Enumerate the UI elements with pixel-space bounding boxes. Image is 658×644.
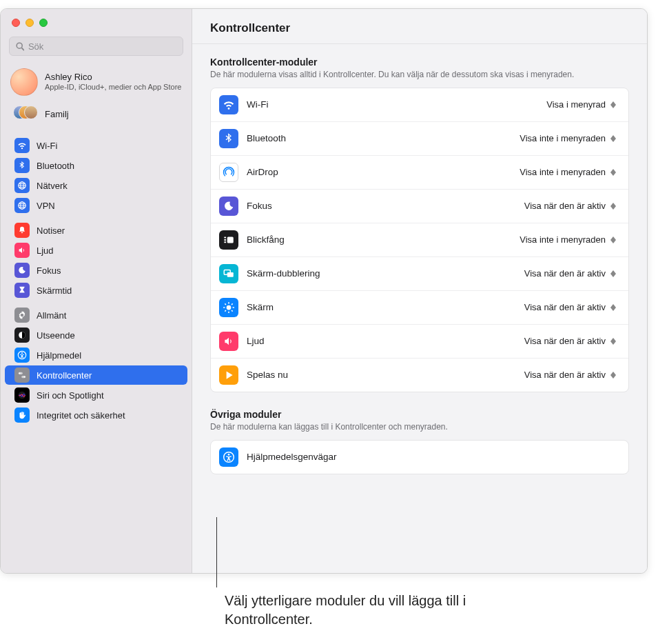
hand-icon [14,407,30,423]
popup-value: Visa när den är aktiv [524,201,606,211]
sidebar-item-ljud[interactable]: Ljud [5,241,187,260]
wifi-icon [14,138,30,153]
close-button[interactable] [12,19,20,27]
sidebar-item-kontrollcenter[interactable]: Kontrollcenter [5,365,187,385]
popup-value: Visa inte i menyraden [520,133,606,143]
sidebar-item-label: Skärmtid [37,285,72,296]
sidebar-item-vpn[interactable]: VPN [5,196,187,215]
module-label: Blickfång [247,234,506,245]
sidebar-item-wi-fi[interactable]: Wi-Fi [5,136,187,155]
minimize-button[interactable] [25,19,34,27]
popup-value: Visa när den är aktiv [524,268,606,279]
visibility-popup[interactable]: Visa inte i menyraden [514,132,620,145]
sidebar-item-label: Hjälpmedel [37,350,81,361]
module-label: Ljud [247,336,511,346]
module-label: Skärm-dubblering [247,268,511,279]
page-title: Kontrollcenter [192,9,647,44]
sound-icon [219,332,238,351]
globe-icon [14,198,30,213]
zoom-button[interactable] [39,19,48,27]
bluetooth-icon [14,158,30,173]
siri-icon [14,388,30,403]
content-pane: Kontrollcenter Kontrollcenter-moduler De… [192,9,647,573]
module-row: AirDropVisa inte i menyraden [211,156,628,190]
search-field[interactable] [9,37,183,56]
sidebar-item-label: Ljud [37,245,54,256]
module-row: Hjälpmedelsgenvägar [211,441,628,474]
sidebar-item-label: Fokus [37,265,61,276]
gear-icon [14,308,30,323]
family-item[interactable]: Familj [1,101,192,130]
accessibility-icon [219,447,238,467]
module-label: Wi-Fi [247,99,533,110]
module-label: Bluetooth [247,133,506,143]
popup-value: Visa inte i menyraden [520,234,606,245]
window-controls [1,9,192,34]
sound-icon [14,243,30,258]
sidebar: Ashley Rico Apple-ID, iCloud+, medier oc… [1,9,192,573]
moon-icon [14,263,30,278]
sidebar-item-allm-nt[interactable]: Allmänt [5,305,187,325]
wifi-icon [219,95,238,114]
sidebar-item-label: VPN [37,201,55,211]
sidebar-item-label: Integritet och säkerhet [37,410,125,421]
sidebar-item-n-tverk[interactable]: Nätverk [5,176,187,195]
popup-value: Visa när den är aktiv [524,336,606,346]
other-panel: Hjälpmedelsgenvägar [210,440,629,474]
hourglass-icon [14,283,30,298]
module-label: Hjälpmedelsgenvägar [247,452,620,462]
module-label: Spelas nu [247,370,511,380]
modules-panel: Wi-FiVisa i menyradBluetoothVisa inte i … [210,88,629,392]
search-icon [15,41,24,51]
module-row: Spelas nuVisa när den är aktiv [211,359,628,392]
sidebar-item-fokus[interactable]: Fokus [5,261,187,280]
sidebar-item-sk-rmtid[interactable]: Skärmtid [5,281,187,300]
apple-id-item[interactable]: Ashley Rico Apple-ID, iCloud+, medier oc… [1,63,192,101]
visibility-popup[interactable]: Visa när den är aktiv [519,368,620,382]
module-row: LjudVisa när den är aktiv [211,325,628,359]
sidebar-item-label: Utseende [37,330,75,341]
visibility-popup[interactable]: Visa när den är aktiv [519,334,620,348]
popup-value: Visa när den är aktiv [524,370,606,380]
family-label: Familj [45,109,69,119]
visibility-popup[interactable]: Visa när den är aktiv [519,199,620,213]
sidebar-item-siri-och-spotlight[interactable]: Siri och Spotlight [5,385,187,405]
popup-value: Visa i menyrad [546,99,606,110]
globe-icon [14,178,30,193]
other-desc: De här modulerna kan läggas till i Kontr… [210,421,629,433]
visibility-popup[interactable]: Visa när den är aktiv [519,301,620,314]
modules-desc: De här modulerna visas alltid i Kontroll… [210,69,629,81]
visibility-popup[interactable]: Visa i menyrad [541,98,620,112]
appearance-icon [14,328,30,343]
sidebar-item-bluetooth[interactable]: Bluetooth [5,156,187,175]
module-label: Skärm [247,302,511,312]
module-label: Fokus [247,201,511,211]
sidebar-item-notiser[interactable]: Notiser [5,221,187,240]
bright-icon [219,298,238,317]
switches-icon [14,368,30,383]
modules-section: Kontrollcenter-moduler De här modulerna … [192,44,647,392]
modules-heading: Kontrollcenter-moduler [210,57,629,68]
search-input[interactable] [28,41,177,52]
sidebar-item-utseende[interactable]: Utseende [5,325,187,345]
sidebar-item-hj-lpmedel[interactable]: Hjälpmedel [5,345,187,365]
visibility-popup[interactable]: Visa när den är aktiv [519,267,620,281]
sidebar-item-label: Allmänt [37,310,66,321]
callout-text: Välj ytterligare moduler du vill lägga t… [225,592,486,629]
bell-icon [14,223,30,238]
popup-value: Visa när den är aktiv [524,302,606,312]
stage-icon [219,230,238,250]
module-row: FokusVisa när den är aktiv [211,190,628,223]
module-row: SkärmVisa när den är aktiv [211,291,628,325]
module-row: BlickfångVisa inte i menyraden [211,223,628,257]
sidebar-item-label: Wi-Fi [37,141,57,151]
visibility-popup[interactable]: Visa inte i menyraden [514,233,620,247]
sidebar-item-label: Siri och Spotlight [37,390,104,401]
visibility-popup[interactable]: Visa inte i menyraden [514,165,620,179]
module-row: Skärm-dubbleringVisa när den är aktiv [211,257,628,291]
accessibility-icon [14,348,30,363]
sidebar-item-integritet-och-s-kerhet[interactable]: Integritet och säkerhet [5,405,187,425]
popup-value: Visa inte i menyraden [520,167,606,177]
mirror-icon [219,264,238,283]
moon-icon [219,197,238,216]
